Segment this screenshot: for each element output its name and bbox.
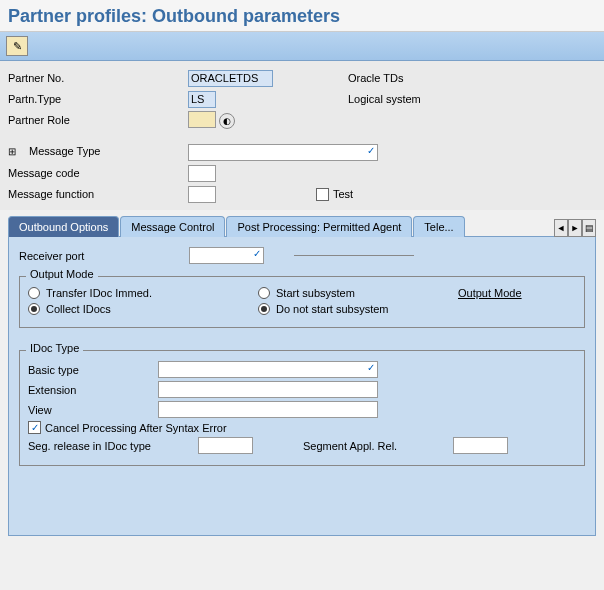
header-form: Partner No. Oracle TDs Partn.Type Logica…	[0, 61, 604, 210]
partn-type-field[interactable]	[188, 91, 216, 108]
page-title: Partner profiles: Outbound parameters	[0, 0, 604, 32]
message-code-field[interactable]	[188, 165, 216, 182]
tab-outbound-options[interactable]: Outbound Options	[8, 216, 119, 237]
seg-release-label: Seg. release in IDoc type	[28, 440, 198, 452]
toolbar: ✎	[0, 32, 604, 61]
tab-panel-outbound: Receiver port ✓ Output Mode Transfer IDo…	[8, 236, 596, 536]
extension-field[interactable]	[158, 381, 378, 398]
tab-post-processing[interactable]: Post Processing: Permitted Agent	[226, 216, 412, 237]
cancel-processing-checkbox[interactable]: ✓	[28, 421, 41, 434]
idoc-type-title: IDoc Type	[26, 342, 83, 354]
tab-list-icon[interactable]: ▤	[582, 219, 596, 237]
f4-help-icon[interactable]: ◐	[219, 113, 235, 129]
basic-type-label: Basic type	[28, 364, 158, 376]
seg-appl-field[interactable]	[453, 437, 508, 454]
partner-no-field[interactable]	[188, 70, 273, 87]
no-start-subsystem-radio[interactable]	[258, 303, 270, 315]
seg-release-field[interactable]	[198, 437, 253, 454]
tab-message-control[interactable]: Message Control	[120, 216, 225, 237]
required-check-icon: ✓	[367, 145, 375, 156]
transfer-immed-radio[interactable]	[28, 287, 40, 299]
tree-icon[interactable]: ⊞	[8, 146, 22, 160]
tab-tele[interactable]: Tele...	[413, 216, 464, 237]
start-subsystem-label: Start subsystem	[276, 287, 355, 299]
partner-no-label: Partner No.	[8, 72, 188, 84]
partn-type-label: Partn.Type	[8, 93, 188, 105]
partner-no-desc: Oracle TDs	[348, 72, 403, 84]
message-function-label: Message function	[8, 188, 188, 200]
message-code-label: Message code	[8, 167, 188, 179]
test-label: Test	[333, 188, 353, 200]
no-start-subsystem-label: Do not start subsystem	[276, 303, 389, 315]
output-mode-link[interactable]: Output Mode	[458, 287, 522, 299]
partner-role-field[interactable]	[188, 111, 216, 128]
tabstrip: Outbound Options Message Control Post Pr…	[0, 216, 604, 537]
edit-icon[interactable]: ✎	[6, 36, 28, 56]
required-check-icon: ✓	[367, 362, 375, 373]
message-function-field[interactable]	[188, 186, 216, 203]
required-check-icon: ✓	[253, 248, 261, 259]
message-type-field[interactable]	[188, 144, 378, 161]
output-mode-title: Output Mode	[26, 268, 98, 280]
message-type-label: Message Type	[29, 145, 100, 157]
test-checkbox[interactable]	[316, 188, 329, 201]
transfer-immed-label: Transfer IDoc Immed.	[46, 287, 152, 299]
partner-role-label: Partner Role	[8, 114, 188, 126]
view-field[interactable]	[158, 401, 378, 418]
seg-appl-label: Segment Appl. Rel.	[303, 440, 453, 452]
extension-label: Extension	[28, 384, 158, 396]
idoc-type-group: IDoc Type Basic type ✓ Extension View ✓ …	[19, 350, 585, 466]
view-label: View	[28, 404, 158, 416]
partn-type-desc: Logical system	[348, 93, 421, 105]
output-mode-group: Output Mode Transfer IDoc Immed. Start s…	[19, 276, 585, 328]
start-subsystem-radio[interactable]	[258, 287, 270, 299]
collect-idocs-label: Collect IDocs	[46, 303, 111, 315]
tab-scroll-right-icon[interactable]: ►	[568, 219, 582, 237]
cancel-processing-label: Cancel Processing After Syntax Error	[45, 422, 227, 434]
basic-type-field[interactable]	[158, 361, 378, 378]
collect-idocs-radio[interactable]	[28, 303, 40, 315]
tab-scroll-left-icon[interactable]: ◄	[554, 219, 568, 237]
receiver-port-label: Receiver port	[19, 250, 189, 262]
